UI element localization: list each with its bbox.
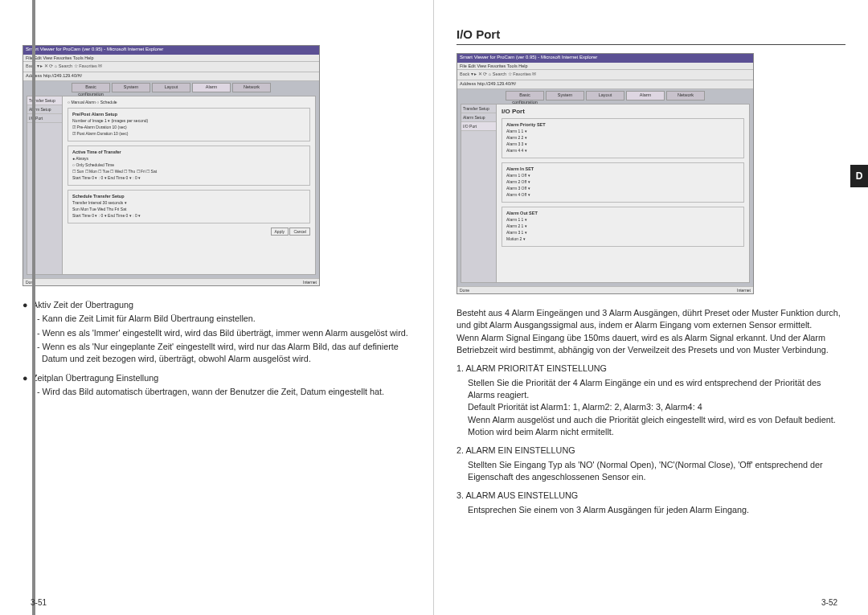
status-right: Internet	[737, 288, 751, 293]
right-body-text: Besteht aus 4 Alarm Eingeängen und 3 Ala…	[457, 307, 845, 516]
left-body-text: ● Aktiv Zeit der Übertragung - Kann die …	[23, 299, 411, 400]
tab[interactable]: System	[112, 83, 150, 92]
status-left: Done	[460, 288, 469, 293]
status-right: Internet	[303, 280, 317, 285]
toolbar: Back ▾ ▸ ✕ ⟳ ⌂ Search ☆ Favorites ✉	[457, 70, 753, 80]
bullet-head: Aktiv Zeit der Übertragung	[32, 299, 411, 311]
panel-title: I/O Port	[502, 108, 744, 115]
page-number: 3-52	[821, 598, 837, 607]
main-tabs: Basic configuration System Layout Alarm …	[23, 81, 319, 92]
radio-row: ○ Manual Alarm ○ Schedule	[68, 100, 310, 105]
tab[interactable]: Basic configuration	[72, 83, 110, 92]
sidenav-item[interactable]: Transfer Setup	[461, 105, 496, 113]
window-title: Smart Viewer for ProCam (ver 0.95) - Mic…	[23, 46, 319, 55]
cancel-button[interactable]: Cancel	[289, 228, 310, 236]
intro-paragraph: Besteht aus 4 Alarm Eingeängen und 3 Ala…	[457, 307, 845, 356]
main-tabs: Basic configuration System Layout Alarm …	[457, 89, 753, 100]
tab-active[interactable]: Alarm	[192, 83, 231, 92]
left-screenshot: Smart Viewer for ProCam (ver 0.95) - Mic…	[23, 45, 320, 286]
sidenav-item[interactable]: Alarm Setup	[461, 113, 496, 122]
menu-bar: File Edit View Favorites Tools Help	[23, 55, 319, 62]
form-panel: I/O Port Alarm Priority SET Alarm 1 1 ▾ …	[497, 105, 749, 282]
page-spread: Smart Viewer for ProCam (ver 0.95) - Mic…	[0, 0, 868, 615]
tab[interactable]: Network	[666, 91, 705, 100]
right-page: I/O Port Smart Viewer for ProCam (ver 0.…	[434, 0, 868, 615]
alarm-out-set: Alarm Out SET Alarm 1 1 ▾ Alarm 2 1 ▾ Al…	[502, 207, 744, 247]
tab[interactable]: Layout	[152, 83, 190, 92]
window-title: Smart Viewer for ProCam (ver 0.95) - Mic…	[457, 54, 753, 63]
num-head: 1. ALARM PRIORITÄT EINSTELLUNG	[457, 363, 845, 375]
side-nav: Transfer Setup Alarm Setup I/O Port	[461, 105, 497, 282]
num-head: 3. ALARM AUS EINSTELLUNG	[457, 490, 845, 502]
schedule-transfer-setup: Schedule Transfer Setup Transfer Interva…	[68, 190, 310, 223]
right-screenshot: Smart Viewer for ProCam (ver 0.95) - Mic…	[457, 53, 754, 294]
address-bar: Address http://249.129.40/H/	[23, 72, 319, 81]
alarm-in-set: Alarm In SET Alarm 1 Off ▾ Alarm 2 Off ▾…	[502, 162, 744, 203]
alarm-priority-set: Alarm Priority SET Alarm 1 1 ▾ Alarm 2 2…	[502, 118, 744, 158]
prepost-alarm-setup: Pre/Post Alarm Setup Number of Image 1 ▾…	[68, 108, 310, 141]
sidenav-item[interactable]: I/O Port	[461, 122, 496, 131]
tab-active[interactable]: Alarm	[626, 91, 665, 100]
tab[interactable]: System	[546, 91, 584, 100]
apply-button[interactable]: Apply	[271, 228, 289, 236]
num-head: 2. ALARM EIN EINSTELLUNG	[457, 445, 845, 457]
address-bar: Address http://249.129.40/H/	[457, 80, 753, 89]
bullet-head: Zeitplan Übertragung Einstellung	[32, 372, 411, 384]
active-time-transfer: Active Time of Transfer ● Always ○ Only …	[68, 146, 310, 186]
toolbar: Back ▾ ▸ ✕ ⟳ ⌂ Search ☆ Favorites ✉	[23, 62, 319, 72]
tab[interactable]: Network	[232, 83, 271, 92]
menu-bar: File Edit View Favorites Tools Help	[457, 63, 753, 70]
page-number: 3-51	[31, 598, 47, 607]
section-title: I/O Port	[457, 27, 845, 45]
left-page: Smart Viewer for ProCam (ver 0.95) - Mic…	[0, 0, 434, 615]
tab[interactable]: Basic configuration	[506, 91, 544, 100]
tab[interactable]: Layout	[586, 91, 624, 100]
form-panel: ○ Manual Alarm ○ Schedule Pre/Post Alarm…	[63, 96, 315, 274]
